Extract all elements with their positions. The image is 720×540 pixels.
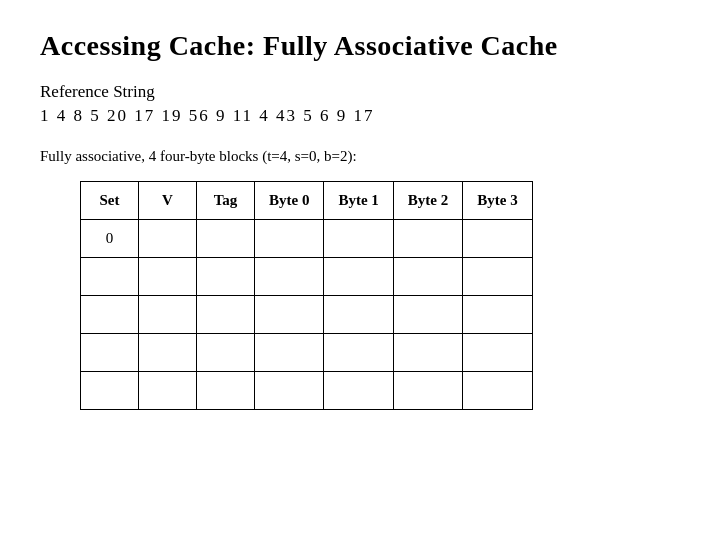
cell-r3-c1: [139, 334, 197, 372]
col-header-v: V: [139, 182, 197, 220]
table-row: 0: [81, 220, 533, 258]
cell-r1-c4: [324, 258, 393, 296]
cell-r2-c3: [255, 296, 324, 334]
table-row: [81, 258, 533, 296]
col-header-byte3: Byte 3: [463, 182, 532, 220]
cell-r2-c2: [197, 296, 255, 334]
table-row: [81, 334, 533, 372]
cell-r1-c3: [255, 258, 324, 296]
col-header-set: Set: [81, 182, 139, 220]
cell-r2-c6: [463, 296, 532, 334]
cell-r3-c4: [324, 334, 393, 372]
cache-table: Set V Tag Byte 0 Byte 1 Byte 2 Byte 3 0: [80, 181, 533, 410]
col-header-byte0: Byte 0: [255, 182, 324, 220]
col-header-tag: Tag: [197, 182, 255, 220]
cell-r4-c5: [393, 372, 462, 410]
cell-r3-c2: [197, 334, 255, 372]
table-row: [81, 372, 533, 410]
cell-r4-c1: [139, 372, 197, 410]
cell-r0-c5: [393, 220, 462, 258]
cell-r1-c2: [197, 258, 255, 296]
cell-r4-c4: [324, 372, 393, 410]
cell-r4-c2: [197, 372, 255, 410]
cell-r2-c0: [81, 296, 139, 334]
cell-r0-c3: [255, 220, 324, 258]
cell-r0-c6: [463, 220, 532, 258]
cell-r2-c1: [139, 296, 197, 334]
cell-r2-c5: [393, 296, 462, 334]
cell-r0-c1: [139, 220, 197, 258]
col-header-byte2: Byte 2: [393, 182, 462, 220]
table-header-row: Set V Tag Byte 0 Byte 1 Byte 2 Byte 3: [81, 182, 533, 220]
subtitle: Fully associative, 4 four-byte blocks (t…: [40, 148, 680, 165]
cell-r1-c5: [393, 258, 462, 296]
cell-r0-c2: [197, 220, 255, 258]
cell-r3-c5: [393, 334, 462, 372]
cell-r3-c6: [463, 334, 532, 372]
cell-r4-c0: [81, 372, 139, 410]
cell-r2-c4: [324, 296, 393, 334]
cell-r1-c1: [139, 258, 197, 296]
table-row: [81, 296, 533, 334]
cell-r1-c0: [81, 258, 139, 296]
cell-r1-c6: [463, 258, 532, 296]
cell-r4-c6: [463, 372, 532, 410]
cell-r3-c0: [81, 334, 139, 372]
reference-label: Reference String: [40, 82, 680, 102]
cell-r4-c3: [255, 372, 324, 410]
page: Accessing Cache: Fully Associative Cache…: [0, 0, 720, 440]
col-header-byte1: Byte 1: [324, 182, 393, 220]
page-title: Accessing Cache: Fully Associative Cache: [40, 30, 680, 62]
cell-r3-c3: [255, 334, 324, 372]
cell-r0-c4: [324, 220, 393, 258]
reference-numbers: 1 4 8 5 20 17 19 56 9 11 4 43 5 6 9 17: [40, 106, 680, 126]
cell-r0-c0: 0: [81, 220, 139, 258]
